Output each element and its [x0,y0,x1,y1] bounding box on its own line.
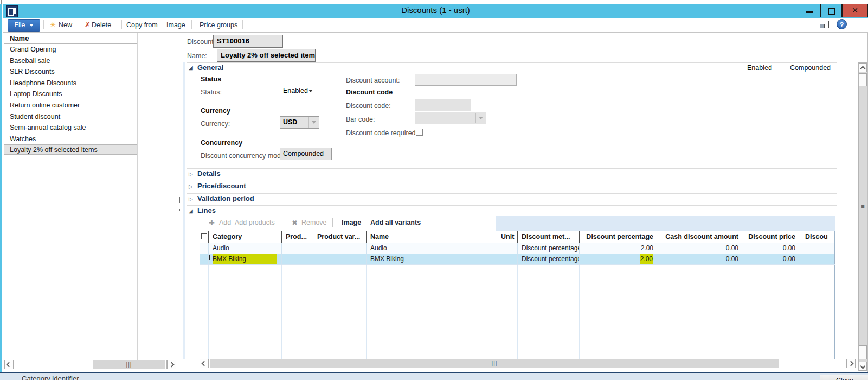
section-general[interactable]: General [197,64,223,72]
currency-combobox[interactable]: USD [280,116,319,129]
splitter-grip[interactable]: ≡ [859,203,867,211]
discount-account-field[interactable] [415,74,517,86]
section-validation-period[interactable]: Validation period [197,194,254,202]
summary-divider [783,65,783,72]
column-header-discount-clipped[interactable]: Discou [801,231,835,243]
close-button[interactable]: Close [820,375,868,380]
scrollbar-thumb[interactable]: ||| [93,360,165,369]
cell-variant[interactable] [313,243,367,254]
cell-unit[interactable] [497,254,518,265]
scroll-left-button[interactable] [200,359,209,368]
form-vertical-scrollbar: ≡ [858,62,867,371]
list-item[interactable]: Laptop Discounts [4,88,137,100]
cell-extra[interactable] [801,254,835,265]
grid-row-audio[interactable]: Audio Audio Discount percentage 2.00 0.0… [200,243,834,254]
select-all-checkbox[interactable] [201,233,207,239]
help-icon[interactable]: ? [837,19,847,29]
collapse-triangle-icon[interactable]: ▷ [189,171,193,177]
layout-toggle-icon[interactable] [820,21,829,28]
cell-cash-discount-amount[interactable]: 0.00 [659,243,744,254]
column-header-discount-price[interactable]: Discount price [744,231,801,243]
grid-row-bmx-biking-selected[interactable]: BMX Biking BMX Biking Discount percentag… [200,254,834,265]
add-line-button[interactable]: Add [219,219,231,226]
cell-variant[interactable] [313,254,367,265]
column-header-discount-percentage[interactable]: Discount percentage [580,231,659,243]
cell-product[interactable] [282,254,313,265]
scrollbar-thumb[interactable] [859,73,867,86]
list-item[interactable]: Watches [4,134,137,145]
cell-product[interactable] [282,243,313,254]
column-header-category[interactable]: Category [209,231,282,243]
collapse-triangle-icon[interactable]: ▷ [189,196,193,202]
scroll-right-button[interactable] [167,360,176,369]
collapse-triangle-icon[interactable]: ▷ [189,183,193,189]
cell-category-highlighted[interactable]: BMX Biking [209,254,282,265]
list-item[interactable]: Semi-annual catalog sale [4,122,137,134]
cell-name[interactable]: BMX Biking [367,254,497,265]
cell-discount-percentage-highlighted[interactable]: 2.00 [580,254,659,265]
close-window-button[interactable]: ✕ [842,4,868,17]
cell-discount-method[interactable]: Discount percentage [518,243,580,254]
list-item-selected[interactable]: Loyalty 2% off selected items [4,144,137,155]
scrollbar-thumb[interactable] [859,345,867,359]
section-details[interactable]: Details [197,169,221,178]
list-item[interactable]: Headphone Discounts [4,78,137,89]
discount-code-required-checkbox[interactable] [416,129,423,136]
pane-splitter[interactable] [179,197,180,211]
delete-button[interactable]: Delete [92,20,111,30]
concurrency-mode-field[interactable]: Compounded [280,148,332,160]
discount-name-field[interactable]: Loyalty 2% off selected item [217,49,316,62]
cell-name[interactable]: Audio [367,243,497,254]
minimize-button[interactable] [799,4,820,17]
scroll-right-button[interactable] [846,359,856,368]
discount-id-field[interactable]: ST100016 [213,35,283,48]
column-header-name[interactable]: Name [367,231,497,243]
cell-discount-method[interactable]: Discount percentage [518,254,580,265]
section-price-discount[interactable]: Price/discount [197,182,246,190]
column-header-product-variant[interactable]: Product var... [313,231,367,243]
list-item[interactable]: Return online customer [4,100,137,111]
chevron-right-icon [848,361,854,366]
title-bar: Discounts (1 - usrt) ✕ [3,4,868,18]
cell-discount-price[interactable]: 0.00 [744,254,801,265]
collapse-triangle-icon[interactable]: ◢ [189,65,193,71]
section-lines[interactable]: Lines [197,206,216,214]
add-products-button[interactable]: Add products [235,219,275,226]
scroll-left-button[interactable] [4,360,14,369]
image-button[interactable]: Image [166,20,185,30]
discount-code-field[interactable] [415,99,471,111]
cell-extra[interactable] [801,243,835,254]
cell-category[interactable]: Audio [209,243,282,254]
select-all-cell[interactable] [200,231,209,243]
price-groups-button[interactable]: Price groups [200,20,237,30]
status-combobox[interactable]: Enabled [280,85,316,97]
list-item[interactable]: Student discount [4,111,137,123]
list-item[interactable]: SLR Discounts [4,66,137,78]
list-item[interactable]: Baseball sale [4,55,137,67]
scrollbar-thumb[interactable]: ||| [210,359,779,368]
new-button[interactable]: New [59,20,72,30]
line-image-button[interactable]: Image [342,219,361,226]
scroll-down-button[interactable] [859,362,867,371]
scroll-up-button[interactable] [859,63,867,72]
maximize-button[interactable] [820,4,842,17]
cell-discount-percentage[interactable]: 2.00 [580,243,659,254]
remove-line-button[interactable]: Remove [301,219,327,226]
cell-discount-price[interactable]: 0.00 [744,243,801,254]
row-selector-cell[interactable] [200,254,209,265]
row-selector-cell[interactable] [200,243,209,254]
collapse-triangle-icon[interactable]: ◢ [189,208,193,214]
copy-from-button[interactable]: Copy from [126,20,158,30]
column-header-discount-method[interactable]: Discount met... [518,231,580,243]
column-header-unit[interactable]: Unit [497,231,518,243]
bar-code-combobox[interactable] [415,112,486,124]
add-all-variants-button[interactable]: Add all variants [370,219,421,226]
cell-unit[interactable] [497,243,518,254]
file-menu-button[interactable]: File [8,19,40,32]
status-text: Category identifier [22,375,79,380]
list-item[interactable]: Grand Opening [4,44,137,55]
cell-cash-discount-amount[interactable]: 0.00 [659,254,744,265]
column-header-product[interactable]: Prod... [282,231,313,243]
list-header-name[interactable]: Name [4,33,137,44]
column-header-cash-discount-amount[interactable]: Cash discount amount [659,231,744,243]
